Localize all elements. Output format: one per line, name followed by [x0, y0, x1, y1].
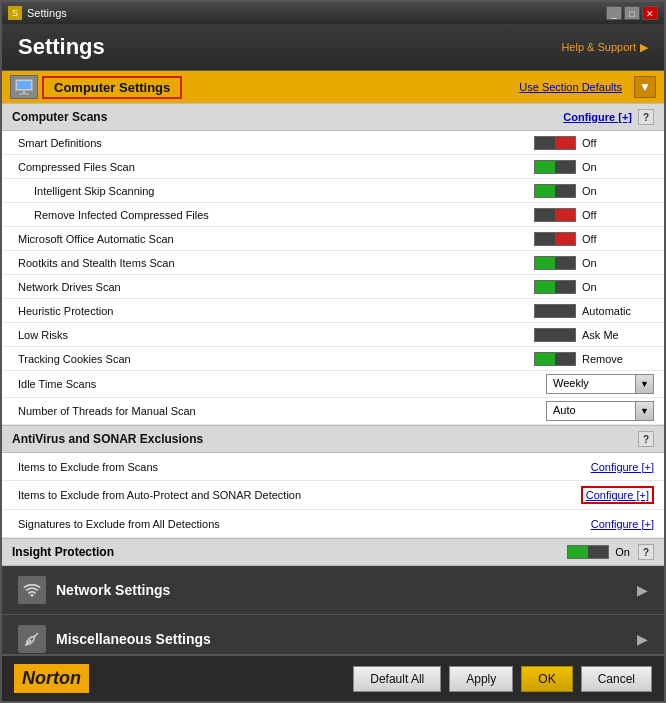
exclude-signatures-row: Signatures to Exclude from All Detection…: [2, 510, 664, 538]
tab-bar: Computer Settings Use Section Defaults ▼: [2, 71, 664, 103]
monitor-icon: [15, 79, 33, 95]
intelligent-skip-scanning-label: Intelligent Skip Scanning: [34, 185, 534, 197]
threads-dropdown-arrow[interactable]: ▼: [636, 401, 654, 421]
smart-definitions-toggle[interactable]: [534, 136, 576, 150]
network-drives-scan-state: On: [582, 281, 597, 293]
computer-scans-configure-link[interactable]: Configure [+]: [563, 111, 632, 123]
exclude-signatures-configure-link[interactable]: Configure [+]: [591, 518, 654, 530]
idle-time-scans-label: Idle Time Scans: [18, 378, 546, 390]
svg-rect-3: [19, 93, 29, 95]
ms-office-scan-value: Off: [534, 232, 654, 246]
help-support-label: Help & Support: [561, 41, 636, 53]
help-support-link[interactable]: Help & Support ▶: [561, 41, 648, 54]
antivirus-header: AntiVirus and SONAR Exclusions ?: [2, 425, 664, 453]
network-settings-label: Network Settings: [56, 582, 170, 598]
ms-office-scan-row: Microsoft Office Automatic Scan Off: [2, 227, 664, 251]
use-section-defaults-link[interactable]: Use Section Defaults: [519, 81, 622, 93]
low-risks-row: Low Risks Ask Me: [2, 323, 664, 347]
ok-button[interactable]: OK: [521, 666, 572, 692]
computer-scans-configure-group: Configure [+] ?: [563, 109, 654, 125]
insight-help-btn[interactable]: ?: [638, 544, 654, 560]
misc-settings-label: Miscellaneous Settings: [56, 631, 211, 647]
exclude-autoprotect-label: Items to Exclude from Auto-Protect and S…: [18, 489, 581, 501]
intelligent-skip-scanning-state: On: [582, 185, 597, 197]
smart-definitions-row: Smart Definitions Off: [2, 131, 664, 155]
exclude-autoprotect-row: Items to Exclude from Auto-Protect and S…: [2, 481, 664, 510]
heuristic-protection-value: Automatic: [534, 304, 654, 318]
ms-office-scan-state: Off: [582, 233, 596, 245]
exclude-scans-row: Items to Exclude from Scans Configure [+…: [2, 453, 664, 481]
remove-infected-toggle[interactable]: [534, 208, 576, 222]
threads-select-group: Auto ▼: [546, 401, 654, 421]
minimize-button[interactable]: _: [606, 6, 622, 20]
computer-scans-help-btn[interactable]: ?: [638, 109, 654, 125]
rootkits-scan-label: Rootkits and Stealth Items Scan: [18, 257, 534, 269]
smart-definitions-state: Off: [582, 137, 596, 149]
insight-title: Insight Protection: [12, 545, 567, 559]
title-bar-label: Settings: [27, 7, 67, 19]
content-area: Computer Scans Configure [+] ? Smart Def…: [2, 103, 664, 654]
ms-office-scan-label: Microsoft Office Automatic Scan: [18, 233, 534, 245]
rootkits-scan-value: On: [534, 256, 654, 270]
network-drives-scan-toggle[interactable]: [534, 280, 576, 294]
idle-time-scans-select[interactable]: Weekly: [546, 374, 636, 394]
computer-scans-title: Computer Scans: [12, 110, 107, 124]
rootkits-scan-state: On: [582, 257, 597, 269]
low-risks-label: Low Risks: [18, 329, 534, 341]
tracking-cookies-value: Remove: [534, 352, 654, 366]
tracking-cookies-label: Tracking Cookies Scan: [18, 353, 534, 365]
remove-infected-label: Remove Infected Compressed Files: [34, 209, 534, 221]
low-risks-toggle[interactable]: [534, 328, 576, 342]
insight-toggle[interactable]: [567, 545, 609, 559]
low-risks-value: Ask Me: [534, 328, 654, 342]
section-defaults-dropdown[interactable]: ▼: [634, 76, 656, 98]
idle-time-scans-row: Idle Time Scans Weekly ▼: [2, 371, 664, 398]
rootkits-scan-row: Rootkits and Stealth Items Scan On: [2, 251, 664, 275]
intelligent-skip-scanning-toggle[interactable]: [534, 184, 576, 198]
header: Settings Help & Support ▶: [2, 24, 664, 71]
window-icon: S: [8, 6, 22, 20]
antivirus-title: AntiVirus and SONAR Exclusions: [12, 432, 203, 446]
heuristic-protection-row: Heuristic Protection Automatic: [2, 299, 664, 323]
norton-logo: Norton: [14, 664, 89, 693]
compressed-files-scan-toggle[interactable]: [534, 160, 576, 174]
intelligent-skip-scanning-value: On: [534, 184, 654, 198]
settings-window: S Settings _ □ ✕ Settings Help & Support…: [0, 0, 666, 703]
tracking-cookies-row: Tracking Cookies Scan Remove: [2, 347, 664, 371]
close-button[interactable]: ✕: [642, 6, 658, 20]
svg-rect-2: [22, 91, 26, 93]
cancel-button[interactable]: Cancel: [581, 666, 652, 692]
computer-settings-tab[interactable]: Computer Settings: [42, 76, 182, 99]
rootkits-scan-toggle[interactable]: [534, 256, 576, 270]
apply-button[interactable]: Apply: [449, 666, 513, 692]
threads-select[interactable]: Auto: [546, 401, 636, 421]
default-all-button[interactable]: Default All: [353, 666, 441, 692]
tab-icon: [10, 75, 38, 99]
antivirus-help-btn[interactable]: ?: [638, 431, 654, 447]
help-support-arrow: ▶: [640, 41, 648, 54]
ms-office-scan-toggle[interactable]: [534, 232, 576, 246]
heuristic-protection-toggle[interactable]: [534, 304, 576, 318]
compressed-files-scan-value: On: [534, 160, 654, 174]
exclude-autoprotect-configure-link[interactable]: Configure [+]: [581, 486, 654, 504]
exclude-scans-label: Items to Exclude from Scans: [18, 461, 591, 473]
compressed-files-scan-row: Compressed Files Scan On: [2, 155, 664, 179]
insight-header: Insight Protection On ?: [2, 538, 664, 566]
smart-definitions-label: Smart Definitions: [18, 137, 534, 149]
misc-settings-icon: [18, 625, 46, 653]
misc-settings-row[interactable]: Miscellaneous Settings ▶: [2, 615, 664, 654]
idle-time-scans-select-group: Weekly ▼: [546, 374, 654, 394]
network-settings-row[interactable]: Network Settings ▶: [2, 566, 664, 615]
remove-infected-state: Off: [582, 209, 596, 221]
title-bar: S Settings _ □ ✕: [2, 2, 664, 24]
low-risks-state: Ask Me: [582, 329, 619, 341]
tracking-cookies-toggle[interactable]: [534, 352, 576, 366]
wrench-icon: [23, 630, 41, 648]
maximize-button[interactable]: □: [624, 6, 640, 20]
svg-rect-1: [17, 81, 31, 89]
page-title: Settings: [18, 34, 105, 60]
exclude-scans-configure-link[interactable]: Configure [+]: [591, 461, 654, 473]
network-drives-scan-label: Network Drives Scan: [18, 281, 534, 293]
footer: Norton Default All Apply OK Cancel: [2, 654, 664, 701]
idle-time-scans-dropdown-arrow[interactable]: ▼: [636, 374, 654, 394]
